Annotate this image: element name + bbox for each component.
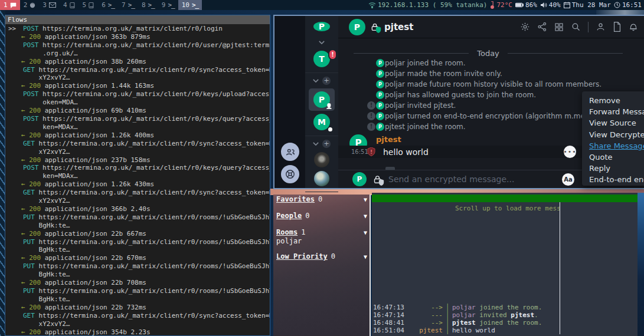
workspace-6[interactable]: 6>_ — [98, 0, 118, 10]
people-button[interactable] — [281, 143, 299, 161]
flow-row[interactable]: POST https://termina.org.uk/_matrix/clie… — [5, 90, 270, 115]
flow-row[interactable]: GET https://termina.org.uk/_matrix/clien… — [5, 66, 270, 91]
apps-grid-icon — [554, 22, 564, 32]
book-icon — [70, 2, 76, 8]
flow-row[interactable]: POST https://termina.org.uk/_matrix/clie… — [5, 41, 270, 66]
room-avatar[interactable]: M — [313, 114, 330, 130]
share-button[interactable] — [537, 22, 547, 32]
flow-row[interactable]: POST https://termina.org.uk/_matrix/clie… — [5, 164, 270, 189]
flow-list: >>POST https://termina.org.uk/_matrix/cl… — [5, 24, 270, 335]
clock-icon — [614, 2, 620, 8]
flow-row[interactable]: GET https://termina.org.uk/_matrix/clien… — [5, 189, 270, 213]
unread-marker[interactable] — [385, 167, 395, 170]
flow-row[interactable]: PUT https://termina.org.uk/_matrix/clien… — [5, 238, 270, 263]
menu-item-view-source[interactable]: View Source — [589, 117, 644, 129]
request-url: https://termina.org.uk/_matrix/client/r0… — [35, 287, 270, 295]
timestamp: 16:47:13 — [373, 304, 407, 311]
request-url: https://termina.org.uk/_matrix/client/r0… — [39, 164, 270, 172]
search-button[interactable] — [571, 22, 581, 32]
apps-button[interactable] — [554, 22, 564, 32]
book-icon — [70, 2, 76, 8]
state-event-text: poljar invited pjtest. — [385, 101, 456, 110]
collapse-triangle-icon[interactable]: ▼ — [364, 229, 367, 236]
http-method: GET — [23, 140, 35, 147]
workspace-7[interactable]: 7>_ — [118, 0, 138, 10]
status-area: 192.168.1.133 ( 59% tatanka)72°C86%40%Th… — [368, 1, 644, 9]
menu-item-view-decrypted-s[interactable]: View Decrypted S — [589, 129, 644, 140]
roomlist-section-header[interactable]: People0▼ — [276, 212, 367, 220]
workspace-3[interactable]: 3 — [39, 0, 60, 10]
room-avatar[interactable]: T! — [313, 51, 330, 67]
scroll-notice: Scroll up to load more mess — [455, 205, 560, 212]
response-status: ← 200 — [21, 131, 41, 139]
event-avatar: P — [376, 123, 384, 131]
room-avatar[interactable]: P — [349, 19, 365, 35]
workspace-4[interactable]: 4 — [60, 0, 79, 10]
state-event-text: poljar made the room invite only. — [385, 70, 502, 78]
http-method: GET — [23, 189, 35, 196]
flow-row[interactable]: PUT https://termina.org.uk/_matrix/clien… — [5, 262, 270, 287]
chevron-down-icon[interactable] — [319, 41, 325, 44]
menu-item-remove[interactable]: Remove — [589, 95, 644, 106]
add-room-button[interactable]: + — [322, 140, 331, 148]
add-room-button[interactable]: + — [322, 77, 331, 85]
workspace-10[interactable]: 10>_ — [178, 0, 202, 10]
workspace-1[interactable]: 1 — [0, 0, 20, 10]
flow-row[interactable]: >>POST https://termina.org.uk/_matrix/cl… — [5, 25, 270, 41]
flow-request-line: POST https://termina.org.uk/_matrix/clie… — [5, 41, 270, 50]
room-avatar[interactable]: P👤 — [313, 91, 330, 108]
flow-row[interactable]: GET https://termina.org.uk/_matrix/clien… — [5, 140, 270, 164]
flow-response-line: ← 200 application/json 22b 670ms — [21, 254, 270, 262]
flow-row[interactable]: GET https://termina.org.uk/_matrix/clien… — [5, 312, 270, 335]
workspace-2[interactable]: 2 — [20, 0, 40, 10]
workspace-8[interactable]: 8>_ — [138, 0, 158, 10]
request-url: https://termina.org.uk/_matrix/client/r0… — [39, 90, 270, 98]
collapse-triangle-icon[interactable]: ▼ — [364, 196, 367, 203]
workspace-9[interactable]: 9>_ — [158, 0, 178, 10]
collapse-triangle-icon[interactable]: ▼ — [364, 253, 367, 260]
request-url: https://termina.org.uk/_matrix/client/r0… — [35, 238, 270, 246]
flow-row[interactable]: PUT https://termina.org.uk/_matrix/clien… — [5, 213, 270, 238]
room-section: T! — [305, 35, 338, 73]
roomlist-section-header[interactable]: Low Priority0▼ — [276, 252, 367, 261]
request-url-cont: ken=MDAx… — [5, 172, 270, 180]
request-url-cont: xY2xvY2… — [5, 148, 270, 156]
selected-room[interactable]: P👤 — [309, 88, 335, 111]
menu-item-reply[interactable]: Reply — [589, 163, 644, 174]
room-avatar-globe[interactable] — [314, 171, 329, 186]
explore-button[interactable] — [281, 165, 299, 183]
files-button[interactable] — [613, 22, 622, 32]
message-input[interactable] — [388, 174, 562, 184]
roomlist-section-header[interactable]: Favorites0▼ — [276, 195, 367, 203]
roomlist-section-header[interactable]: Rooms1▼ — [276, 228, 367, 236]
settings-button[interactable] — [520, 22, 530, 32]
http-method: PUT — [23, 238, 35, 246]
flow-request-line: GET https://termina.org.uk/_matrix/clien… — [5, 66, 270, 74]
menu-item-share-message[interactable]: Share Message — [589, 140, 644, 151]
header-divider — [588, 22, 589, 32]
section-name: Low Priority — [276, 252, 328, 261]
menu-item-forward-message[interactable]: Forward Message — [589, 106, 644, 117]
user-avatar[interactable]: P — [313, 22, 330, 31]
room-avatar-tower[interactable] — [314, 152, 329, 167]
format-button[interactable]: Aa — [562, 173, 574, 186]
menu-item-end-to-end-encry[interactable]: End-to-end encry — [589, 174, 644, 185]
roomlist-room[interactable]: poljar — [276, 237, 367, 245]
collapse-triangle-icon[interactable]: ▼ — [364, 213, 367, 219]
dm-badge-icon: 👤 — [326, 103, 332, 109]
flow-row[interactable]: POST https://termina.org.uk/_matrix/clie… — [5, 115, 270, 140]
chevron-down-icon[interactable] — [313, 142, 319, 146]
flow-row[interactable]: PUT https://termina.org.uk/_matrix/clien… — [5, 287, 270, 312]
date-divider-label: Today — [477, 49, 499, 58]
roomlist-section-low-priority: Low Priority0▼ — [276, 252, 367, 261]
line-prefix: --- — [407, 311, 443, 319]
workspace-switcher: 123456>_7>_8>_9>_10>_ — [0, 0, 202, 10]
request-url: https://termina.org.uk/_matrix/client/r0… — [35, 66, 270, 74]
chevron-down-icon[interactable] — [313, 79, 319, 83]
menu-item-quote[interactable]: Quote — [589, 151, 644, 163]
message-options-button[interactable]: ••• — [564, 146, 576, 158]
timestamp: 16:47:14 — [373, 311, 407, 319]
members-button[interactable] — [596, 22, 606, 32]
notifications-button[interactable] — [629, 22, 638, 32]
workspace-5[interactable]: 5 — [79, 0, 99, 10]
